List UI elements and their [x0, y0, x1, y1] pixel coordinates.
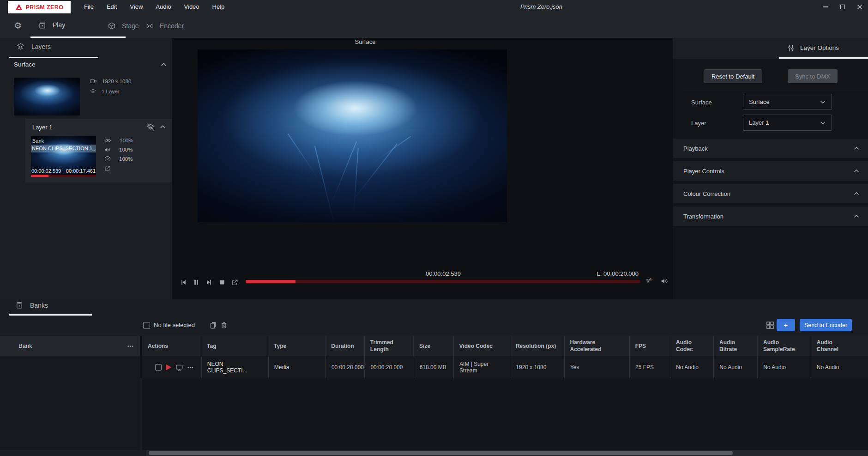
stop-button[interactable] — [218, 278, 226, 286]
share-export-icon[interactable] — [104, 165, 111, 172]
tab-stage[interactable]: Stage — [104, 13, 143, 38]
section-player-controls-label: Player Controls — [683, 168, 724, 175]
eye-icon[interactable] — [104, 137, 112, 145]
section-player-controls[interactable]: Player Controls — [673, 161, 868, 181]
pause-icon — [192, 278, 200, 286]
menu-file[interactable]: File — [78, 0, 100, 13]
section-playback[interactable]: Playback — [673, 139, 868, 158]
row-actions-cell: ••• — [142, 356, 201, 378]
speaker-icon[interactable] — [104, 146, 111, 153]
column-header-audio-codec[interactable]: Audio Codec — [670, 336, 713, 356]
chevron-up-icon — [853, 145, 860, 152]
menu-view[interactable]: View — [123, 0, 149, 13]
row-more-options-icon[interactable]: ••• — [187, 365, 194, 370]
sync-to-dmx-button[interactable]: Sync to DMX — [788, 69, 838, 83]
section-colour-correction[interactable]: Colour Correction — [673, 184, 868, 203]
surface-select-value: Surface — [749, 98, 770, 105]
layer-options-header[interactable]: Layer Options — [673, 38, 868, 59]
surface-select[interactable]: Surface — [743, 94, 832, 110]
pause-button[interactable] — [192, 278, 200, 286]
column-header-hardware-accelerated[interactable]: Hardware Accelerated — [564, 336, 629, 356]
send-to-encoder-button[interactable]: Send to Encoder — [800, 319, 852, 331]
row-resolution-cell: 1920 x 1080 — [510, 356, 564, 378]
column-header-video-codec[interactable]: Video Codec — [453, 336, 510, 356]
skip-end-button[interactable] — [205, 278, 213, 286]
menu-video[interactable]: Video — [178, 0, 206, 13]
section-transformation-label: Transformation — [683, 213, 723, 220]
speaker-icon[interactable] — [660, 277, 669, 286]
tab-encoder[interactable]: Encoder — [142, 13, 187, 38]
banks-panel-tab[interactable]: Banks — [15, 301, 48, 310]
app-logo[interactable]: PRISM ZERO — [8, 1, 71, 13]
duplicate-icon[interactable] — [209, 321, 217, 329]
clip-name: NEON CLIPS_SECTION 1_... — [31, 145, 96, 152]
table-row[interactable]: ••• NEON CLIPS_SECTI... Media 00:00:20.0… — [142, 356, 868, 378]
chevron-down-icon — [820, 120, 826, 126]
column-header-actions[interactable]: Actions — [142, 336, 201, 356]
share-export-icon — [231, 279, 239, 286]
banks-icon — [15, 301, 24, 310]
sliders-icon — [786, 43, 796, 53]
horizontal-scrollbar-thumb[interactable] — [149, 451, 733, 455]
menu-audio[interactable]: Audio — [149, 0, 177, 13]
plasma-tendril — [287, 134, 319, 180]
bank-list-header: Bank ••• — [0, 336, 140, 356]
grid-view-icon[interactable] — [766, 321, 775, 330]
layer-opacity-row: 100% — [104, 136, 133, 145]
column-header-resolution[interactable]: Resolution (px) — [510, 336, 564, 356]
column-header-size[interactable]: Size — [413, 336, 453, 356]
clip-time-out: 00:00:17.461 — [66, 168, 96, 174]
row-play-icon[interactable] — [166, 364, 171, 371]
maximize-icon — [840, 5, 845, 9]
add-bank-button[interactable]: + — [777, 319, 795, 331]
column-header-audio-channel[interactable]: Audio Channel — [811, 336, 868, 356]
layers-icon — [16, 42, 25, 51]
layers-panel-title: Layers — [31, 43, 51, 50]
video-canvas[interactable] — [198, 49, 507, 222]
bank-list-area[interactable] — [0, 356, 140, 450]
column-header-tag[interactable]: Tag — [201, 336, 268, 356]
tab-play-label: Play — [53, 21, 65, 29]
clip-card[interactable]: Bank NEON CLIPS_SECTION 1_... 00:00:02.5… — [31, 136, 96, 177]
horizontal-scrollbar[interactable] — [146, 450, 868, 456]
media-table-header: Actions Tag Type Duration Trimmed Length… — [142, 336, 868, 356]
reset-to-default-button[interactable]: Reset to Default — [704, 69, 762, 83]
section-transformation[interactable]: Transformation — [673, 207, 868, 226]
column-header-type[interactable]: Type — [268, 336, 325, 356]
row-checkbox[interactable] — [155, 364, 162, 371]
transport-controls — [179, 278, 239, 286]
menu-edit[interactable]: Edit — [100, 0, 123, 13]
column-header-trimmed-length[interactable]: Trimmed Length — [364, 336, 413, 356]
row-monitor-icon[interactable] — [175, 364, 183, 371]
select-all-checkbox[interactable] — [143, 322, 150, 329]
layers-panel-tab[interactable]: Layers — [16, 42, 51, 51]
close-button[interactable] — [851, 0, 868, 13]
surface-section-header[interactable]: Surface — [14, 61, 167, 68]
trim-scissors-icon[interactable]: ✂ — [645, 274, 655, 286]
loop-export-button[interactable] — [231, 279, 239, 286]
column-header-audio-samplerate[interactable]: Audio SampleRate — [757, 336, 811, 356]
layer-speed-row: 100% — [104, 154, 133, 164]
delete-trash-icon[interactable] — [220, 321, 228, 329]
timeline-scrubber[interactable] — [246, 280, 640, 283]
row-audio-channel-cell: No Audio — [811, 356, 868, 378]
more-options-icon[interactable]: ••• — [127, 344, 134, 349]
speed-gauge-icon[interactable] — [104, 155, 111, 163]
chevron-up-icon[interactable] — [160, 61, 167, 68]
skip-start-button[interactable] — [179, 278, 187, 286]
maximize-button[interactable] — [834, 0, 851, 13]
menu-help[interactable]: Help — [206, 0, 231, 13]
column-header-audio-bitrate[interactable]: Audio Bitrate — [713, 336, 757, 356]
section-playback-label: Playback — [683, 145, 708, 152]
surface-thumbnail[interactable] — [14, 78, 80, 116]
plasma-tendril — [330, 142, 357, 207]
chevron-up-icon[interactable] — [159, 123, 166, 130]
layers-tab-underline — [9, 57, 98, 58]
layer-hidden-icon[interactable] — [146, 122, 155, 132]
layer-options-panel: Layer Options Reset to Default Sync to D… — [673, 38, 868, 299]
column-header-fps[interactable]: FPS — [629, 336, 670, 356]
minimize-button[interactable] — [817, 0, 834, 13]
layer-select[interactable]: Layer 1 — [743, 115, 832, 131]
settings-gear-icon[interactable]: ⚙ — [14, 13, 22, 38]
column-header-duration[interactable]: Duration — [325, 336, 364, 356]
